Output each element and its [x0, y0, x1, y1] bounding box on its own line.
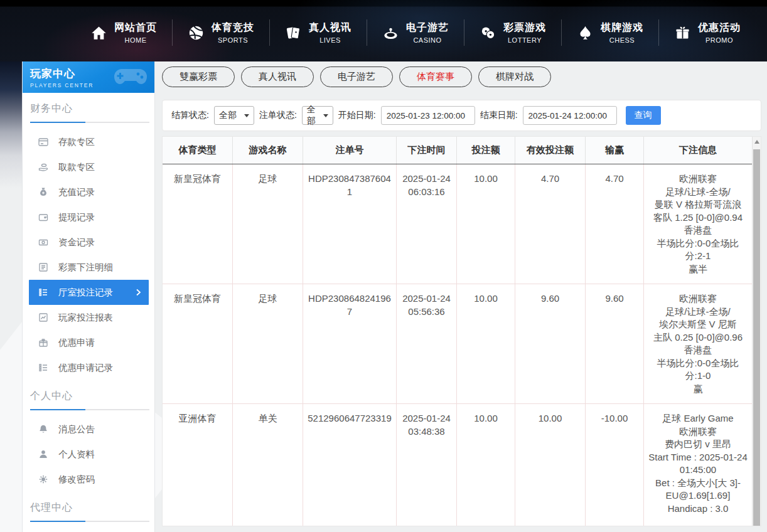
tab-chess[interactable]: 棋牌对战	[478, 66, 551, 87]
end-date-input[interactable]	[523, 106, 617, 125]
cell-bet-time: 2025-01-24 06:03:16	[397, 164, 457, 284]
cell-bet-amount: 10.00	[457, 284, 515, 403]
order-status-value: 全部	[307, 104, 317, 127]
table-row: 新皇冠体育 足球 HDP2308473876041 2025-01-24 06:…	[163, 164, 752, 284]
withdraw-wallet-icon	[38, 211, 49, 223]
start-date-label: 开始日期:	[338, 110, 376, 121]
cell-game-name: 足球	[233, 164, 303, 284]
sidebar-item-label: 取款专区	[58, 161, 95, 173]
nav-item-promo[interactable]: 优惠活动PROMO	[659, 21, 756, 44]
tab-lottery[interactable]: 雙赢彩票	[162, 66, 235, 87]
sports-ball-icon	[188, 24, 205, 41]
sidebar-item-label: 修改密码	[58, 474, 95, 486]
cell-bet-info: 欧洲联赛 足球/让球-全场/ 曼联 V 格拉斯哥流浪 客队 1.25 [0-0]…	[644, 164, 752, 284]
sidebar-item-label: 彩票下注明细	[58, 262, 113, 274]
nav-item-lives[interactable]: 真人视讯LIVES	[270, 21, 367, 44]
col-header-valid-amount: 有效投注额	[515, 137, 586, 164]
lottery-detail-icon	[38, 262, 49, 273]
gamepad-icon	[113, 66, 148, 88]
cell-valid-amount: 9.60	[515, 284, 586, 403]
section-title: 个人中心	[30, 390, 148, 403]
chevron-down-icon	[244, 114, 249, 117]
col-header-order-id: 注单号	[303, 137, 397, 164]
funds-icon	[38, 237, 49, 248]
cell-bet-info: 足球 Early Game 欧洲联赛 费内巴切 v 里昂 Start Time …	[644, 404, 752, 526]
nav-sublabel: LIVES	[319, 36, 341, 44]
sidebar-section-personal: 个人中心	[23, 380, 154, 410]
deposit-card-icon	[38, 136, 49, 147]
tab-casino[interactable]: 电子游艺	[320, 66, 393, 87]
nav-label: 电子游艺	[406, 21, 449, 35]
sidebar-item-deposit[interactable]: 存款专区	[23, 129, 154, 154]
sidebar-menu-personal: 消息公告 个人资料 修改密码	[23, 410, 154, 492]
recharge-bag-icon	[38, 186, 49, 198]
settle-status-select[interactable]: 全部	[214, 106, 254, 125]
nav-item-chess[interactable]: 棋牌游戏CHESS	[562, 21, 658, 44]
sidebar-item-label: 优惠申请记录	[58, 362, 113, 374]
col-header-bet-info: 下注信息	[644, 137, 752, 164]
table-scrollbar[interactable]	[752, 137, 761, 526]
cell-win-loss: 4.70	[586, 164, 644, 284]
sidebar-item-promo-apply[interactable]: 优惠申请	[23, 330, 154, 355]
sidebar-item-change-password[interactable]: 修改密码	[23, 467, 154, 492]
bell-icon	[38, 423, 49, 435]
sidebar-item-label: 提现记录	[58, 211, 95, 223]
sidebar-header: 玩家中心 PLAYERS CENTER	[23, 61, 154, 93]
person-icon	[38, 449, 49, 460]
roulette-icon	[382, 24, 399, 41]
main-content: 雙赢彩票 真人视讯 电子游艺 体育赛事 棋牌对战 结算状态: 全部 注单状态: …	[162, 61, 761, 532]
nav-item-sports[interactable]: 体育竞技SPORTS	[173, 21, 269, 44]
sidebar-menu-finance: 存款专区 取款专区 充值记录 提现记录 资金记录 彩票下注明细 厅室投注记录	[23, 123, 154, 380]
start-date-input[interactable]	[381, 106, 475, 125]
table-row: 新皇冠体育 足球 HDP2308648241967 2025-01-24 05:…	[163, 284, 752, 404]
cell-win-loss: 9.60	[586, 284, 644, 403]
scrollbar-up-arrow[interactable]	[753, 137, 761, 147]
promo-record-icon	[38, 362, 49, 373]
col-header-bet-time: 下注时间	[397, 137, 457, 164]
nav-label: 网站首页	[114, 21, 157, 35]
cell-valid-amount: 10.00	[515, 404, 586, 526]
sidebar-item-player-bet-report[interactable]: 玩家投注报表	[23, 305, 154, 330]
top-navigation-bar: 网站首页HOME 体育竞技SPORTS 真人视讯LIVES 电子游艺CASINO…	[0, 0, 767, 61]
nav-label: 体育竞技	[212, 21, 254, 35]
sidebar-item-messages[interactable]: 消息公告	[23, 417, 154, 442]
search-button[interactable]: 查询	[626, 106, 661, 125]
nav-item-home[interactable]: 网站首页HOME	[75, 21, 172, 44]
order-status-label: 注单状态:	[259, 110, 297, 121]
cell-sport-type: 亚洲体育	[163, 404, 233, 526]
cell-order-id: 5212960647723319	[303, 404, 397, 526]
sidebar-item-withdraw-record[interactable]: 提现记录	[23, 205, 154, 230]
sidebar-item-withdraw[interactable]: 取款专区	[23, 154, 154, 179]
sidebar-item-label: 存款专区	[58, 136, 95, 148]
home-icon	[90, 24, 107, 41]
sidebar-item-funds-record[interactable]: 资金记录	[23, 230, 154, 255]
sidebar-item-label: 消息公告	[58, 423, 95, 435]
col-header-bet-amount: 投注额	[457, 137, 515, 164]
cell-bet-amount: 10.00	[457, 404, 515, 526]
cell-game-name: 单关	[233, 404, 303, 526]
nav-item-lottery[interactable]: 彩票游戏LOTTERY	[464, 21, 561, 44]
cell-bet-info: 欧洲联赛 足球/让球-全场/ 埃尔夫斯堡 V 尼斯 主队 0.25 [0-0]@…	[644, 284, 752, 403]
sidebar-item-profile[interactable]: 个人资料	[23, 442, 154, 467]
cell-bet-amount: 10.00	[457, 164, 515, 284]
sidebar-item-hall-bet-record[interactable]: 厅室投注记录	[29, 280, 149, 305]
tab-live[interactable]: 真人视讯	[241, 66, 314, 87]
sidebar-item-recharge-record[interactable]: 充值记录	[23, 179, 154, 205]
chevron-down-icon	[323, 114, 328, 117]
cell-valid-amount: 4.70	[515, 164, 586, 284]
cell-sport-type: 新皇冠体育	[163, 284, 233, 403]
gear-icon	[38, 474, 49, 485]
tab-sports[interactable]: 体育赛事	[399, 66, 472, 87]
nav-item-casino[interactable]: 电子游艺CASINO	[367, 21, 464, 44]
sidebar-item-promo-apply-record[interactable]: 优惠申请记录	[23, 355, 154, 380]
cell-game-name: 足球	[233, 284, 303, 403]
sidebar-item-lottery-bet-detail[interactable]: 彩票下注明细	[23, 255, 154, 280]
sidebar: 玩家中心 PLAYERS CENTER 财务中心 存款专区 取款专区 充值记录 …	[22, 61, 155, 532]
scrollbar-thumb[interactable]	[753, 149, 760, 526]
nav-label: 优惠活动	[698, 21, 741, 35]
report-icon	[38, 312, 49, 323]
section-title: 财务中心	[30, 102, 148, 115]
sidebar-item-agent-rules[interactable]: 代理规则说明	[23, 528, 154, 532]
cell-bet-time: 2025-01-24 05:56:36	[397, 284, 457, 403]
order-status-select[interactable]: 全部	[302, 106, 333, 125]
